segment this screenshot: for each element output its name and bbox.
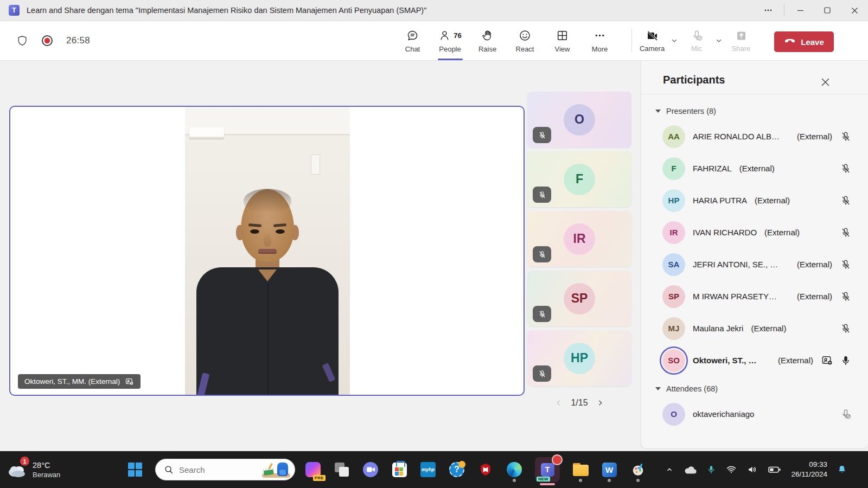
taskbar-search[interactable] xyxy=(155,459,295,480)
speaker-name-label: Oktoweri, ST., MM. (External) xyxy=(18,374,141,389)
tab-raise[interactable]: Raise xyxy=(469,21,506,60)
participant-row[interactable]: IR IVAN RICHARDO (External) xyxy=(641,216,868,248)
participant-row[interactable]: SP M IRWAN PRASETY… (External) xyxy=(641,280,868,312)
share-button[interactable]: Share xyxy=(725,21,757,60)
tray-chevron-up-icon[interactable] xyxy=(665,465,674,474)
notification-count-badge: 1 xyxy=(20,457,29,466)
meeting-toolbar: 26:58 Chat 76 People xyxy=(0,21,868,61)
mic-muted-icon xyxy=(840,291,852,303)
notification-bell-icon[interactable] xyxy=(837,464,847,476)
copilot-icon[interactable]: PRE xyxy=(305,457,321,482)
mic-on-icon xyxy=(840,355,852,367)
mic-muted-icon xyxy=(840,163,852,175)
avatar: SP xyxy=(564,283,595,314)
participant-row[interactable]: SA JEFRI ANTONI, SE., … (External) xyxy=(641,248,868,280)
teams-icon-active[interactable]: T NEW xyxy=(535,457,560,482)
participant-row-active-speaker[interactable]: SO Oktoweri, ST., … (External) xyxy=(641,344,868,376)
muted-mic-icon xyxy=(533,306,551,322)
external-label: (External) xyxy=(778,356,813,365)
pager-next-icon[interactable] xyxy=(597,399,604,407)
tab-more[interactable]: More xyxy=(581,21,618,60)
panel-close-icon[interactable] xyxy=(818,75,832,89)
muted-mic-icon xyxy=(533,127,551,143)
tab-view[interactable]: View xyxy=(544,21,581,60)
tab-chat[interactable]: Chat xyxy=(394,21,431,60)
mic-options-chevron-icon[interactable] xyxy=(712,21,725,60)
date-label: 26/11/2024 xyxy=(791,470,827,479)
react-smiley-icon xyxy=(518,29,532,43)
muted-mic-icon xyxy=(533,187,551,203)
spotlight-icon xyxy=(125,377,134,386)
tab-react[interactable]: React xyxy=(506,21,544,60)
camera-options-chevron-icon[interactable] xyxy=(668,21,681,60)
external-label: (External) xyxy=(739,164,775,173)
main-video-tile[interactable]: Oktoweri, ST., MM. (External) xyxy=(9,106,525,396)
pager-label: 1/15 xyxy=(571,398,588,408)
external-label: (External) xyxy=(755,196,790,205)
onedrive-icon[interactable] xyxy=(683,465,697,474)
mic-muted-icon xyxy=(840,323,852,335)
more-ellipsis-icon xyxy=(593,29,607,43)
search-seasonal-graphic xyxy=(262,460,290,479)
edge-icon[interactable] xyxy=(506,457,522,482)
battery-icon[interactable] xyxy=(768,464,782,475)
weather-widget[interactable]: 1 28°C Berawan xyxy=(7,451,60,488)
minimize-button[interactable] xyxy=(787,0,814,21)
avatar-speaking: SO xyxy=(662,349,685,372)
mic-in-use-icon[interactable] xyxy=(706,464,716,475)
myhp-icon[interactable]: myhp xyxy=(420,457,436,482)
meeting-timer: 26:58 xyxy=(66,35,90,46)
volume-icon[interactable] xyxy=(746,464,758,475)
microsoft-store-icon[interactable] xyxy=(391,457,407,482)
task-view-icon[interactable] xyxy=(334,457,350,482)
participant-row[interactable]: O oktaverichaniago xyxy=(641,398,868,430)
leave-button[interactable]: Leave xyxy=(774,31,834,52)
mic-button[interactable]: Mic xyxy=(681,21,712,60)
speaker-video xyxy=(185,107,350,395)
clock-widget[interactable]: 09:33 26/11/2024 xyxy=(791,460,827,479)
external-label: (External) xyxy=(797,292,832,301)
avatar: SP xyxy=(662,285,685,308)
tab-people[interactable]: 76 People xyxy=(431,21,469,60)
start-button[interactable] xyxy=(128,463,142,477)
participant-tile[interactable]: IR xyxy=(527,211,631,267)
hp-support-icon[interactable]: ? xyxy=(449,457,465,482)
gallery-pager: 1/15 xyxy=(527,394,631,412)
external-label: (External) xyxy=(797,260,832,269)
hangup-icon xyxy=(784,37,796,46)
word-icon[interactable]: W xyxy=(601,457,617,482)
participant-row[interactable]: F FAHRIZAL (External) xyxy=(641,152,868,184)
window-menu-ellipsis-icon[interactable] xyxy=(755,0,782,21)
search-icon xyxy=(164,465,174,474)
participant-row[interactable]: AA ARIE RONALDO ALB… (External) xyxy=(641,120,868,152)
mic-disabled-icon xyxy=(690,29,704,42)
wifi-icon[interactable] xyxy=(725,464,737,475)
close-button[interactable] xyxy=(841,0,868,21)
teams-logo-icon: T xyxy=(9,5,20,16)
shield-icon[interactable] xyxy=(16,34,28,47)
maximize-button[interactable] xyxy=(814,0,841,21)
participant-tile[interactable]: O xyxy=(527,92,631,147)
paint-icon[interactable] xyxy=(630,457,646,482)
recording-indicator-icon xyxy=(41,35,53,47)
mic-muted-icon xyxy=(840,227,852,239)
file-explorer-icon[interactable] xyxy=(572,457,589,482)
attendees-section-header[interactable]: Attendees (68) xyxy=(641,380,868,398)
speaker-torso xyxy=(196,267,339,395)
participant-name: FAHRIZAL xyxy=(693,164,732,173)
participant-row[interactable]: HP HARIA PUTRA (External) xyxy=(641,184,868,216)
search-input[interactable] xyxy=(179,465,255,474)
teams-meeting-window: T Learn and Share dengan tema "Implement… xyxy=(0,0,868,451)
avatar: HP xyxy=(662,189,685,212)
people-icon xyxy=(438,29,452,42)
mcafee-icon[interactable] xyxy=(477,457,494,482)
presenters-section-header[interactable]: Presenters (8) xyxy=(641,102,868,120)
avatar: MJ xyxy=(662,317,685,340)
participant-tile[interactable]: HP xyxy=(527,330,631,386)
meet-chat-icon[interactable] xyxy=(362,457,379,482)
pager-prev-icon[interactable] xyxy=(555,399,562,407)
participant-tile[interactable]: F xyxy=(527,151,631,207)
participant-tile[interactable]: SP xyxy=(527,271,631,326)
camera-button[interactable]: Camera xyxy=(636,21,668,60)
participant-row[interactable]: MJ Maulana Jekri (External) xyxy=(641,312,868,344)
